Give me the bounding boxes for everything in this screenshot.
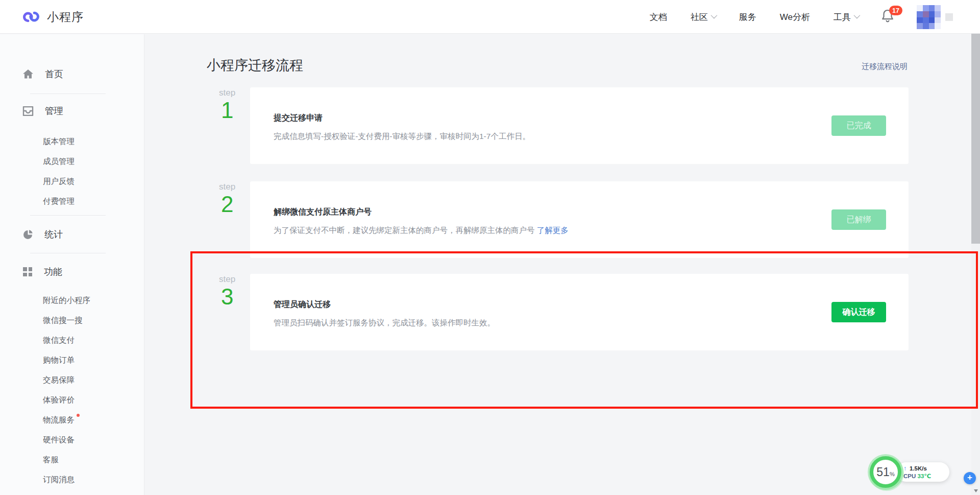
sidebar-item-manage[interactable]: 管理 bbox=[22, 105, 63, 117]
divider bbox=[30, 93, 106, 94]
archive-icon bbox=[22, 106, 34, 116]
nav-item-we-analysis[interactable]: We分析 bbox=[780, 11, 810, 23]
sidebar-item-customer-service[interactable]: 客服 bbox=[43, 455, 59, 465]
sidebar-item-subscribe-messages[interactable]: 订阅消息 bbox=[43, 475, 75, 485]
app-logo[interactable]: 小程序 bbox=[22, 0, 84, 34]
scroll-down-button[interactable] bbox=[971, 486, 980, 495]
step-indicator-2: step 2 bbox=[219, 182, 250, 216]
sidebar-item-member-manage[interactable]: 成员管理 bbox=[43, 156, 75, 167]
divider bbox=[30, 215, 106, 216]
nav-menu: 文档 社区 服务 We分析 工具 bbox=[650, 0, 859, 34]
sidebar-item-shopping-orders[interactable]: 购物订单 bbox=[43, 355, 75, 366]
step-indicator-1: step 1 bbox=[219, 88, 250, 122]
sidebar: 首页 管理 版本管理 成员管理 用户反馈 付费管理 统计 功能 附近的小程序 微… bbox=[0, 34, 144, 495]
step1-completed-button[interactable]: 已完成 bbox=[831, 115, 886, 136]
pie-chart-icon bbox=[22, 229, 33, 240]
step-card-1: 提交迁移申请 完成信息填写-授权验证-支付费用-审核等步骤，审核时间为1-7个工… bbox=[250, 87, 909, 164]
sidebar-item-statistics[interactable]: 统计 bbox=[22, 228, 63, 241]
step-title: 提交迁移申请 bbox=[274, 113, 323, 124]
chevron-down-icon bbox=[854, 12, 861, 18]
step-indicator-3: step 3 bbox=[219, 274, 250, 308]
miniprogram-logo-icon bbox=[22, 8, 40, 26]
vertical-scrollbar[interactable] bbox=[971, 0, 980, 495]
migration-help-link[interactable]: 迁移流程说明 bbox=[862, 62, 908, 72]
notification-badge: 17 bbox=[889, 6, 902, 15]
step-title: 管理员确认迁移 bbox=[274, 299, 331, 310]
step-card-2: 解绑微信支付原主体商户号 为了保证支付不中断，建议先绑定新主体的商户号，再解绑原… bbox=[250, 181, 909, 258]
system-monitor-widget: ↑ 1.5K/s CPU 33℃ + 51 % bbox=[870, 456, 954, 489]
sidebar-item-user-feedback[interactable]: 用户反馈 bbox=[43, 176, 75, 187]
nav-item-tools[interactable]: 工具 bbox=[834, 11, 859, 23]
network-speed: 1.5K/s bbox=[910, 465, 927, 472]
chevron-down-icon bbox=[710, 12, 717, 18]
percent-unit: % bbox=[890, 471, 895, 477]
sidebar-item-hardware-devices[interactable]: 硬件设备 bbox=[43, 435, 75, 445]
step-description: 为了保证支付不中断，建议先绑定新主体的商户号，再解绑原主体的商户号 了解更多 bbox=[274, 225, 569, 236]
nav-item-docs[interactable]: 文档 bbox=[650, 11, 667, 23]
step-description: 完成信息填写-授权验证-支付费用-审核等步骤，审核时间为1-7个工作日。 bbox=[274, 131, 530, 142]
step2-unbound-button[interactable]: 已解绑 bbox=[831, 209, 886, 230]
logo-text: 小程序 bbox=[47, 9, 84, 25]
step-title: 解绑微信支付原主体商户号 bbox=[274, 207, 372, 218]
sidebar-item-home[interactable]: 首页 bbox=[22, 68, 63, 80]
monitor-add-button[interactable]: + bbox=[964, 472, 976, 484]
top-navbar: 小程序 文档 社区 服务 We分析 工具 17 bbox=[0, 0, 980, 34]
home-icon bbox=[22, 69, 34, 79]
notification-bell-button[interactable]: 17 bbox=[881, 9, 904, 26]
sidebar-item-version-manage[interactable]: 版本管理 bbox=[43, 136, 75, 147]
scrollbar-thumb[interactable] bbox=[971, 9, 980, 244]
sidebar-item-wechat-pay[interactable]: 微信支付 bbox=[43, 335, 75, 346]
monitor-pill: ↑ 1.5K/s CPU 33℃ + bbox=[896, 462, 949, 482]
new-feature-dot bbox=[77, 414, 80, 417]
confirm-migration-button[interactable]: 确认迁移 bbox=[831, 302, 886, 322]
learn-more-link[interactable]: 了解更多 bbox=[537, 226, 569, 234]
sidebar-item-features[interactable]: 功能 bbox=[22, 266, 62, 278]
triangle-down-icon bbox=[974, 489, 978, 492]
sidebar-item-paid-manage[interactable]: 付费管理 bbox=[43, 196, 75, 207]
avatar-menu-stub bbox=[945, 13, 953, 21]
avatar[interactable] bbox=[917, 5, 941, 29]
sidebar-item-experience-rating[interactable]: 体验评价 bbox=[43, 395, 75, 406]
memory-percent-badge[interactable]: 51 % bbox=[870, 456, 901, 488]
sidebar-item-transaction-guarantee[interactable]: 交易保障 bbox=[43, 375, 75, 386]
grid-icon bbox=[22, 267, 33, 277]
cpu-label: CPU bbox=[903, 473, 916, 479]
divider bbox=[30, 253, 106, 253]
page-title: 小程序迁移流程 bbox=[207, 56, 303, 75]
sidebar-item-wechat-search[interactable]: 微信搜一搜 bbox=[43, 315, 83, 326]
percent-value: 51 bbox=[876, 465, 890, 479]
step-card-3: 管理员确认迁移 管理员扫码确认并签订服务协议，完成迁移。该操作即时生效。 确认迁… bbox=[250, 274, 909, 350]
upload-arrow-icon: ↑ bbox=[903, 465, 906, 472]
step-description: 管理员扫码确认并签订服务协议，完成迁移。该操作即时生效。 bbox=[274, 318, 495, 328]
cpu-temperature: 33℃ bbox=[917, 473, 931, 479]
nav-item-service[interactable]: 服务 bbox=[739, 11, 756, 23]
nav-item-community[interactable]: 社区 bbox=[691, 11, 716, 23]
sidebar-item-logistics-service[interactable]: 物流服务 bbox=[43, 415, 80, 426]
sidebar-item-nearby-miniprograms[interactable]: 附近的小程序 bbox=[43, 295, 90, 306]
